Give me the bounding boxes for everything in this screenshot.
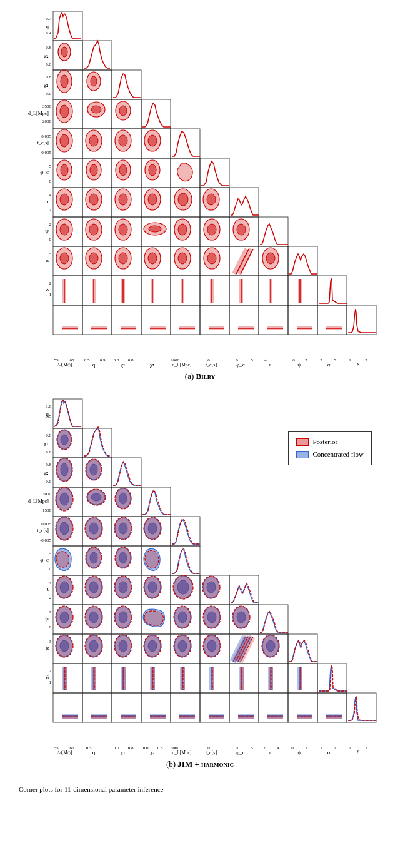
svg-text:5: 5 [251,745,253,750]
svg-text:2: 2 [365,745,368,750]
svg-text:3000: 3000 [42,492,52,497]
svg-text:3500: 3500 [42,104,52,109]
svg-text:2: 2 [49,208,52,213]
b-xlabel-chi2: χ₂ [149,749,155,755]
svg-text:0.9: 0.9 [100,358,106,363]
svg-point-128 [60,224,69,235]
svg-point-152 [237,224,246,235]
svg-text:0.0: 0.0 [114,358,119,363]
svg-text:4: 4 [49,580,52,585]
svg-rect-212 [288,276,318,305]
b-xlabel-tc: t_c[s] [206,750,218,755]
b-xlabel-delta: δ [357,749,359,755]
svg-rect-527 [259,664,288,693]
svg-point-140 [149,226,161,232]
svg-point-41 [61,47,68,57]
svg-text:0.8: 0.8 [46,45,51,50]
hist-M [54,13,81,39]
svg-rect-532 [288,664,318,693]
ylabel-chi1: χ₁ [43,53,49,59]
svg-text:5: 5 [49,552,52,557]
b-ylabel-chi2: χ₂ [43,470,49,476]
svg-point-107 [89,194,98,205]
svg-text:5: 5 [49,164,52,169]
xlabel-psi: ψ [298,361,301,368]
svg-point-89 [90,164,98,176]
b-xlabel-alpha: α [328,749,331,755]
svg-text:1500: 1500 [42,508,52,513]
svg-point-165 [119,253,128,264]
bilby-corner-plot: .cell-border { fill: none; stroke: #222;… [19,6,381,369]
svg-point-177 [208,253,216,264]
svg-text:2: 2 [49,610,52,615]
svg-text:5: 5 [334,358,336,363]
svg-text:0.8: 0.8 [46,462,51,467]
svg-point-157 [60,253,69,264]
svg-text:0: 0 [49,567,52,572]
svg-text:0: 0 [236,745,238,750]
ylabel-dL: d_L[Mpc] [28,111,49,116]
hist-delta [348,309,376,333]
svg-text:0.0: 0.0 [114,745,119,750]
svg-rect-497 [82,664,112,693]
xlabel-delta: δ [357,361,359,368]
ylabel-delta: δ [46,286,49,293]
svg-text:1: 1 [49,292,52,297]
svg-text:2: 2 [263,745,266,750]
panel-b: Posterior Concentrated flow .cell-b { fi… [6,394,394,777]
svg-text:0.8: 0.8 [128,745,134,750]
flow-swatch [296,451,309,458]
svg-point-72 [89,135,98,146]
svg-point-103 [60,194,69,205]
b-ylabel-psi: ψ [45,615,49,622]
svg-point-119 [178,193,188,206]
b-xlabel-q: q [92,749,96,755]
svg-text:0.8: 0.8 [128,358,134,363]
hist-chi1 [113,74,141,98]
ylabel-iota: ι [48,198,49,204]
svg-text:3000: 3000 [171,745,180,750]
svg-text:1: 1 [49,680,52,685]
bilby-svg: .cell-border { fill: none; stroke: #222;… [19,6,381,369]
svg-text:2: 2 [49,669,52,674]
svg-text:4: 4 [264,358,267,363]
hist-alpha [319,278,347,303]
svg-point-80 [148,135,157,146]
svg-text:0: 0 [292,358,295,363]
svg-text:1: 1 [349,745,351,750]
svg-text:3: 3 [320,358,322,363]
svg-point-136 [119,224,128,235]
svg-text:0.7: 0.7 [46,16,51,21]
svg-text:0.0: 0.0 [46,91,51,96]
svg-text:0.8: 0.8 [46,433,51,438]
legend-flow: Concentrated flow [296,448,364,461]
svg-text:0.0: 0.0 [46,479,51,484]
hist-q [84,41,110,68]
b-ylabel-alpha: α [46,645,49,651]
svg-text:0.5: 0.5 [46,414,51,419]
ylabel-tc: t_c[s] [38,140,49,146]
svg-point-68 [60,134,69,147]
xlabel-tc: t_c[s] [206,362,218,368]
xlabel-chi2: χ₂ [149,361,155,368]
footnote-text: Corner plots for 11-dimensional paramete… [19,785,163,793]
xlabel-dL: d_L[Mpc] [172,362,192,368]
bilby-grid: .cell-border { fill: none; stroke: #222;… [28,11,376,368]
b-xlabel-M: 𝓜[M⊙] [57,750,72,755]
footnote: Corner plots for 11-dimensional paramete… [19,784,381,795]
svg-text:2000: 2000 [171,358,180,363]
svg-text:4: 4 [277,745,279,750]
svg-text:5: 5 [251,358,253,363]
hist-phic [231,196,259,215]
svg-text:1: 1 [349,358,351,363]
svg-rect-502 [112,664,141,693]
svg-text:55: 55 [54,745,59,750]
svg-text:4: 4 [49,193,52,198]
hist-psi [289,254,318,274]
ylabel-alpha: α [46,257,49,263]
svg-text:0.0: 0.0 [46,450,51,455]
panel-a: .cell-border { fill: none; stroke: #222;… [6,6,394,389]
svg-rect-512 [171,664,200,693]
posterior-swatch [296,438,309,446]
svg-text:1: 1 [320,745,322,750]
